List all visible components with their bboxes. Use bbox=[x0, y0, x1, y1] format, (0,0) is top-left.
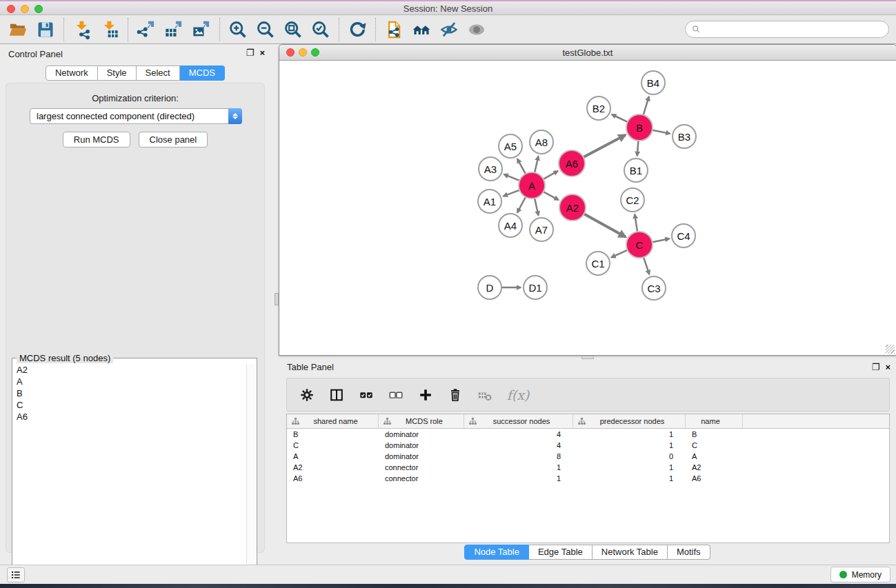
network-window-titlebar[interactable]: testGlobe.txt bbox=[279, 45, 896, 61]
search-box[interactable] bbox=[685, 21, 889, 38]
graph-node-A6[interactable]: A6 bbox=[558, 150, 586, 177]
open-session-icon[interactable] bbox=[4, 17, 32, 42]
column-header-successor-nodes[interactable]: successor nodes bbox=[464, 414, 573, 428]
table-cell: connector bbox=[379, 474, 464, 483]
float-table-panel-icon[interactable]: ❐ bbox=[872, 362, 880, 372]
table-row[interactable]: Cdominator41C bbox=[287, 440, 889, 451]
mcds-result-item[interactable]: A bbox=[13, 376, 246, 387]
new-network-from-file-icon[interactable] bbox=[380, 17, 408, 42]
network-canvas[interactable]: AA1A2A3A4A5A6A7A8BB1B2B3B4CC1C2C3C4DD1 bbox=[279, 61, 896, 355]
graph-node-A5[interactable]: A5 bbox=[498, 134, 523, 159]
column-header-MCDS-role[interactable]: MCDS role bbox=[379, 414, 464, 428]
delete-table-icon[interactable] bbox=[476, 386, 494, 404]
result-scrollbar[interactable] bbox=[246, 364, 256, 584]
mcds-result-item[interactable]: C bbox=[13, 399, 246, 411]
tab-network[interactable]: Network bbox=[46, 65, 98, 81]
mcds-panel: Optimization criterion: largest connecte… bbox=[6, 83, 265, 553]
save-session-icon[interactable] bbox=[32, 17, 59, 42]
graph-node-A7[interactable]: A7 bbox=[529, 217, 554, 242]
mcds-result-item[interactable]: B bbox=[13, 387, 246, 399]
column-header-name[interactable]: name bbox=[686, 414, 743, 428]
import-table-icon[interactable] bbox=[96, 17, 123, 42]
float-panel-icon[interactable]: ❐ bbox=[246, 48, 255, 58]
table-tab-edge-table[interactable]: Edge Table bbox=[529, 545, 593, 560]
panel-divider-handle[interactable] bbox=[275, 293, 279, 305]
zoom-fit-icon[interactable] bbox=[279, 17, 307, 42]
optimization-criterion-label: Optimization criterion: bbox=[6, 93, 264, 103]
search-input[interactable] bbox=[701, 24, 888, 34]
graph-node-D1[interactable]: D1 bbox=[523, 275, 548, 300]
graph-node-C2[interactable]: C2 bbox=[620, 187, 645, 212]
zoom-out-icon[interactable] bbox=[252, 17, 279, 42]
zoom-in-icon[interactable] bbox=[224, 17, 252, 42]
close-table-panel-icon[interactable]: × bbox=[885, 362, 890, 372]
table-panel: Table Panel ❐ × f(x) shared nameMCDS rol… bbox=[279, 359, 896, 562]
table-cell: A6 bbox=[287, 474, 379, 483]
table-settings-icon[interactable] bbox=[298, 386, 316, 404]
graph-node-C4[interactable]: C4 bbox=[671, 223, 696, 248]
show-panels-icon[interactable] bbox=[463, 17, 490, 42]
table-cell: 1 bbox=[464, 474, 573, 483]
tab-style[interactable]: Style bbox=[98, 65, 137, 81]
export-table-icon[interactable] bbox=[160, 17, 188, 42]
task-history-button[interactable] bbox=[7, 567, 25, 582]
import-network-icon[interactable] bbox=[68, 17, 96, 42]
close-panel-button[interactable]: Close panel bbox=[139, 132, 208, 148]
mcds-result-item[interactable]: A2 bbox=[13, 364, 246, 376]
table-row[interactable]: Bdominator41B bbox=[287, 429, 889, 440]
column-header-predecessor-nodes[interactable]: predecessor nodes bbox=[573, 414, 686, 428]
control-panel: Control Panel ❐ × NetworkStyleSelectMCDS… bbox=[0, 45, 270, 565]
run-mcds-button[interactable]: Run MCDS bbox=[63, 132, 130, 148]
toggle-columns-icon[interactable] bbox=[328, 386, 346, 404]
mcds-result-item[interactable]: A6 bbox=[13, 411, 246, 423]
table-tab-node-table[interactable]: Node Table bbox=[464, 545, 529, 560]
export-network-icon[interactable] bbox=[132, 17, 160, 42]
graph-node-A3[interactable]: A3 bbox=[478, 156, 503, 181]
zoom-selected-icon[interactable] bbox=[307, 17, 335, 42]
unselect-all-icon[interactable] bbox=[387, 386, 405, 404]
export-image-icon[interactable] bbox=[188, 17, 215, 42]
close-panel-icon[interactable]: × bbox=[259, 48, 265, 58]
graph-node-B4[interactable]: B4 bbox=[641, 70, 666, 95]
graph-node-B3[interactable]: B3 bbox=[672, 124, 697, 149]
tab-mcds[interactable]: MCDS bbox=[180, 65, 225, 81]
memory-button[interactable]: Memory bbox=[830, 567, 890, 582]
table-row[interactable]: A6connector11A6 bbox=[287, 473, 889, 484]
graph-node-A2[interactable]: A2 bbox=[559, 194, 586, 221]
graph-node-C3[interactable]: C3 bbox=[641, 276, 666, 301]
table-tab-motifs[interactable]: Motifs bbox=[668, 545, 710, 560]
list-icon bbox=[10, 569, 21, 580]
refresh-view-icon[interactable] bbox=[344, 17, 371, 42]
criterion-dropdown[interactable]: largest connected component (directed) bbox=[30, 108, 242, 124]
graph-node-C1[interactable]: C1 bbox=[586, 251, 610, 276]
select-all-icon[interactable] bbox=[357, 386, 375, 404]
tab-select[interactable]: Select bbox=[137, 65, 180, 81]
table-row[interactable]: A2connector11A2 bbox=[287, 462, 889, 473]
graph-node-A1[interactable]: A1 bbox=[477, 189, 502, 214]
window-resize-grip[interactable] bbox=[886, 345, 895, 354]
graph-node-B[interactable]: B bbox=[626, 114, 653, 141]
search-icon bbox=[691, 24, 701, 34]
graph-node-D[interactable]: D bbox=[477, 275, 502, 300]
hide-panels-icon[interactable] bbox=[435, 17, 463, 42]
cybrowser-home-icon[interactable] bbox=[408, 17, 435, 42]
table-cell: 1 bbox=[573, 441, 686, 449]
table-cell: C bbox=[287, 441, 379, 449]
table-tab-network-table[interactable]: Network Table bbox=[593, 545, 668, 560]
graph-node-C[interactable]: C bbox=[626, 231, 653, 258]
graph-node-A4[interactable]: A4 bbox=[498, 213, 523, 238]
node-table[interactable]: shared nameMCDS rolesuccessor nodesprede… bbox=[286, 414, 890, 543]
apply-function-icon[interactable]: f(x) bbox=[506, 386, 530, 404]
graph-node-B1[interactable]: B1 bbox=[624, 158, 648, 183]
graph-node-A[interactable]: A bbox=[518, 172, 546, 199]
graph-node-B2[interactable]: B2 bbox=[586, 96, 611, 121]
add-entry-icon[interactable] bbox=[417, 386, 435, 404]
column-header-shared-name[interactable]: shared name bbox=[287, 414, 379, 428]
control-panel-title: Control Panel bbox=[8, 49, 63, 59]
graph-node-A8[interactable]: A8 bbox=[529, 130, 554, 154]
table-row[interactable]: Adominator80A bbox=[287, 451, 889, 462]
delete-entry-icon[interactable] bbox=[446, 386, 464, 404]
mcds-result-list: A2ABCA6 bbox=[13, 364, 246, 584]
table-cell: dominator bbox=[379, 441, 464, 449]
table-cell: 4 bbox=[464, 430, 573, 438]
